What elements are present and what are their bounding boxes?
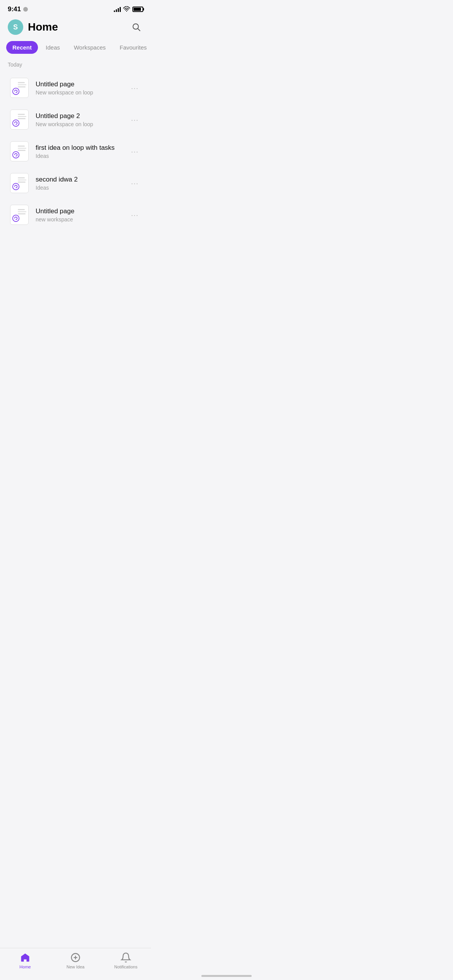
avatar[interactable]: S [8,19,23,35]
tab-recent[interactable]: Recent [6,41,38,54]
item-icon [10,205,30,225]
tab-favourites[interactable]: Favourites [113,41,151,54]
battery-icon [132,7,143,12]
status-icons [114,6,143,13]
status-dot [23,7,28,12]
item-subtitle: new workspace [36,216,123,223]
recent-list: Untitled page New workspace on loop ··· [0,72,151,230]
list-item[interactable]: second idwa 2 Ideas ··· [6,168,145,199]
item-subtitle: New workspace on loop [36,89,123,96]
svg-point-1 [133,24,139,29]
item-title: Untitled page 2 [36,112,123,120]
item-more-button[interactable]: ··· [129,209,141,221]
item-icon [10,78,30,98]
item-icon [10,110,30,130]
section-label-today: Today [0,62,151,72]
item-content: first idea on loop with tasks Ideas [36,144,123,159]
tab-workspaces[interactable]: Workspaces [68,41,112,54]
list-item[interactable]: Untitled page 2 New workspace on loop ··… [6,104,145,135]
list-item[interactable]: Untitled page new workspace ··· [6,199,145,230]
status-bar: 9:41 [0,0,151,16]
item-content: Untitled page New workspace on loop [36,81,123,96]
list-item[interactable]: Untitled page New workspace on loop ··· [6,72,145,103]
tabs-bar: Recent Ideas Workspaces Favourites [0,41,151,54]
item-content: Untitled page 2 New workspace on loop [36,112,123,127]
item-more-button[interactable]: ··· [129,145,141,158]
status-time: 9:41 [8,5,21,13]
item-title: Untitled page [36,207,123,215]
search-icon [132,22,141,32]
item-more-button[interactable]: ··· [129,113,141,126]
item-subtitle: Ideas [36,153,123,159]
header: S Home [0,16,151,41]
svg-point-0 [126,10,127,11]
item-icon [10,141,30,161]
item-subtitle: Ideas [36,185,123,191]
item-icon [10,173,30,193]
signal-icon [114,7,121,12]
wifi-icon [123,6,130,13]
tab-ideas[interactable]: Ideas [39,41,66,54]
list-item[interactable]: first idea on loop with tasks Ideas ··· [6,136,145,167]
item-content: second idwa 2 Ideas [36,176,123,191]
search-button[interactable] [129,20,143,34]
item-title: first idea on loop with tasks [36,144,123,152]
item-title: Untitled page [36,81,123,88]
item-more-button[interactable]: ··· [129,177,141,189]
item-subtitle: New workspace on loop [36,121,123,127]
item-more-button[interactable]: ··· [129,82,141,94]
page-title: Home [28,21,58,33]
item-content: Untitled page new workspace [36,207,123,223]
item-title: second idwa 2 [36,176,123,183]
svg-line-2 [138,29,140,31]
